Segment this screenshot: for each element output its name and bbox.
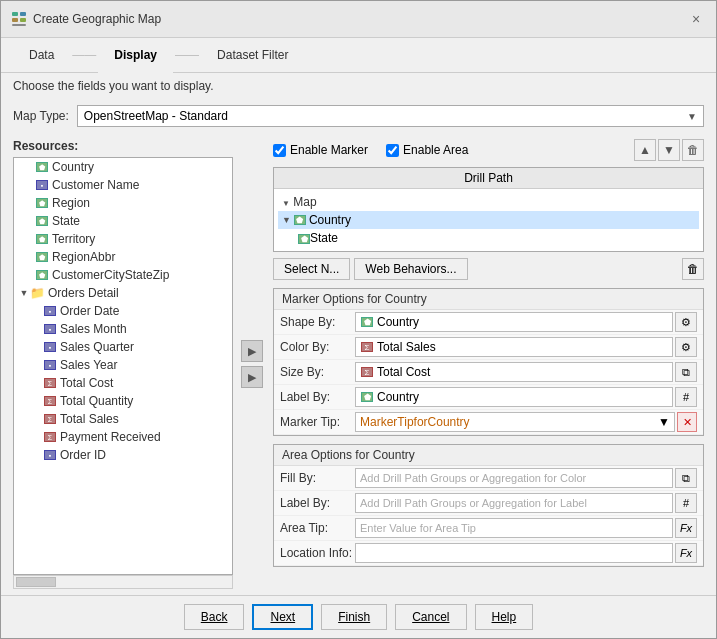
help-label: Help <box>492 610 517 624</box>
next-button[interactable]: Next <box>252 604 313 630</box>
add-right-arrow-button-2[interactable]: ▶ <box>241 366 263 388</box>
tree-item-label: Customer Name <box>52 178 139 192</box>
horizontal-scrollbar[interactable] <box>13 575 233 589</box>
list-item[interactable]: Σ Total Cost <box>14 374 232 392</box>
add-right-arrow-button[interactable]: ▶ <box>241 340 263 362</box>
cancel-button[interactable]: Cancel <box>395 604 466 630</box>
list-item[interactable]: ⬟ RegionAbbr <box>14 248 232 266</box>
geo-icon: ⬟ <box>34 215 50 227</box>
marker-options-panel: Marker Options for Country Shape By: ⬟ C… <box>273 288 704 436</box>
meas-icon: Σ <box>42 377 58 389</box>
move-down-button[interactable]: ▼ <box>658 139 680 161</box>
map-expand-icon: ▼ <box>282 199 290 208</box>
marker-tip-value: MarkerTipforCountry <box>360 415 658 429</box>
area-options-panel: Area Options for Country Fill By: Add Dr… <box>273 444 704 567</box>
svg-rect-3 <box>20 18 26 22</box>
list-item[interactable]: ⬟ CustomerCityStateZip <box>14 266 232 284</box>
area-label-by-placeholder: Add Drill Path Groups or Aggregation for… <box>360 497 587 509</box>
label-by-value[interactable]: ⬟ Country <box>355 387 673 407</box>
color-by-option-button[interactable]: ⚙ <box>675 337 697 357</box>
size-meas-icon: Σ <box>360 367 374 378</box>
fill-by-row: Fill By: Add Drill Path Groups or Aggreg… <box>274 466 703 491</box>
left-panel: Resources: ⬟ Country ▪ Customer Name ⬟ <box>13 139 233 589</box>
enable-marker-checkbox[interactable] <box>273 144 286 157</box>
label-by-label: Label By: <box>280 390 355 404</box>
tree-item-label: Total Sales <box>60 412 119 426</box>
label-by-option-button[interactable]: # <box>675 387 697 407</box>
list-item[interactable]: ▪ Sales Year <box>14 356 232 374</box>
marker-tip-dropdown[interactable]: MarkerTipforCountry ▼ <box>355 412 675 432</box>
marker-tip-label: Marker Tip: <box>280 415 355 429</box>
shape-by-option-button[interactable]: ⚙ <box>675 312 697 332</box>
marker-tip-clear-button[interactable]: ✕ <box>677 412 697 432</box>
area-label-by-option-button[interactable]: # <box>675 493 697 513</box>
drill-delete-button[interactable]: 🗑 <box>682 258 704 280</box>
area-tip-fx-button[interactable]: Fx <box>675 518 697 538</box>
list-item[interactable]: ▼ 📁 Orders Detail <box>14 284 232 302</box>
title-bar: Create Geographic Map × <box>1 1 716 38</box>
list-item[interactable]: ▪ Order ID <box>14 446 232 464</box>
color-by-value[interactable]: Σ Total Sales <box>355 337 673 357</box>
tree-item-label: Order ID <box>60 448 106 462</box>
list-item[interactable]: ▪ Sales Quarter <box>14 338 232 356</box>
list-item[interactable]: ▪ Sales Month <box>14 320 232 338</box>
tree-item-label: Region <box>52 196 90 210</box>
location-info-fx-button[interactable]: Fx <box>675 543 697 563</box>
color-by-text: Total Sales <box>377 340 668 354</box>
window-title: Create Geographic Map <box>33 12 686 26</box>
area-tip-value[interactable]: Enter Value for Area Tip <box>355 518 673 538</box>
list-item[interactable]: Σ Total Quantity <box>14 392 232 410</box>
label-by-row: Label By: ⬟ Country # <box>274 385 703 410</box>
map-type-select[interactable]: OpenStreetMap - Standard ▼ <box>77 105 704 127</box>
tab-dataset-filter[interactable]: Dataset Filter <box>201 44 304 66</box>
list-item[interactable]: ▪ Order Date <box>14 302 232 320</box>
shape-by-value[interactable]: ⬟ Country <box>355 312 673 332</box>
shape-geo-icon: ⬟ <box>360 317 374 328</box>
area-label-by-value[interactable]: Add Drill Path Groups or Aggregation for… <box>355 493 673 513</box>
location-info-value[interactable] <box>355 543 673 563</box>
size-by-row: Size By: Σ Total Cost ⧉ <box>274 360 703 385</box>
drill-item-label: State <box>310 231 338 245</box>
back-button[interactable]: Back <box>184 604 245 630</box>
tree-item-label: Country <box>52 160 94 174</box>
tab-data[interactable]: Data <box>13 44 70 66</box>
drill-path-content: ▼ Map ▼ ⬟ Country ⬟ <box>274 189 703 251</box>
fill-by-label: Fill By: <box>280 471 355 485</box>
delete-button[interactable]: 🗑 <box>682 139 704 161</box>
drill-item-country[interactable]: ▼ ⬟ Country <box>278 211 699 229</box>
move-up-button[interactable]: ▲ <box>634 139 656 161</box>
middle-arrows: ▶ ▶ <box>241 139 265 589</box>
close-button[interactable]: × <box>686 9 706 29</box>
geo-icon: ⬟ <box>34 269 50 281</box>
tab-display[interactable]: Display <box>98 44 173 66</box>
size-by-value[interactable]: Σ Total Cost <box>355 362 673 382</box>
dim-icon: ▪ <box>42 359 58 371</box>
marker-tip-row: Marker Tip: MarkerTipforCountry ▼ ✕ <box>274 410 703 435</box>
drill-path-header: Drill Path <box>274 168 703 189</box>
list-item[interactable]: Σ Total Sales <box>14 410 232 428</box>
list-item[interactable]: ⬟ Territory <box>14 230 232 248</box>
area-label-by-label: Label By: <box>280 496 355 510</box>
map-type-label: Map Type: <box>13 109 69 123</box>
size-by-option-button[interactable]: ⧉ <box>675 362 697 382</box>
subtitle: Choose the fields you want to display. <box>1 73 716 99</box>
dropdown-arrow-icon: ▼ <box>687 111 697 122</box>
list-item[interactable]: ⬟ Region <box>14 194 232 212</box>
select-n-button[interactable]: Select N... <box>273 258 350 280</box>
finish-button[interactable]: Finish <box>321 604 387 630</box>
tree-item-label: Sales Year <box>60 358 117 372</box>
window: Create Geographic Map × Data —— Display … <box>0 0 717 639</box>
list-item[interactable]: Σ Payment Received <box>14 428 232 446</box>
drill-geo-icon: ⬟ <box>293 215 307 226</box>
fill-by-value[interactable]: Add Drill Path Groups or Aggregation for… <box>355 468 673 488</box>
help-button[interactable]: Help <box>475 604 534 630</box>
right-panel: Enable Marker Enable Area ▲ ▼ 🗑 Drill Pa… <box>273 139 704 589</box>
web-behaviors-button[interactable]: Web Behaviors... <box>354 258 467 280</box>
right-top: Enable Marker Enable Area ▲ ▼ 🗑 <box>273 139 704 161</box>
fill-by-option-button[interactable]: ⧉ <box>675 468 697 488</box>
list-item[interactable]: ▪ Customer Name <box>14 176 232 194</box>
drill-item-state[interactable]: ⬟ State <box>278 229 699 247</box>
list-item[interactable]: ⬟ State <box>14 212 232 230</box>
enable-area-checkbox[interactable] <box>386 144 399 157</box>
list-item[interactable]: ⬟ Country <box>14 158 232 176</box>
